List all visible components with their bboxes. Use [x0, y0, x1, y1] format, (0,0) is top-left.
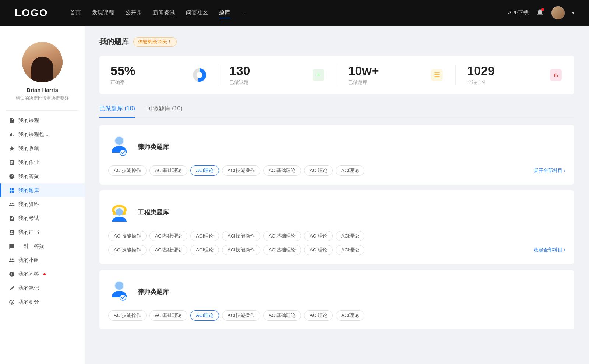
tag-item[interactable]: ACI理论 [336, 165, 364, 176]
tag-item[interactable]: ACI技能操作 [108, 165, 147, 176]
tag-item[interactable]: ACI理论 [304, 231, 333, 241]
stat-ranking-value: 1029 [467, 64, 543, 77]
answers-dot [43, 273, 46, 275]
svg-point-2 [120, 150, 126, 156]
logo: LOGO [15, 7, 48, 19]
tag-item[interactable]: ACI理论 [304, 245, 333, 255]
tag-item-active[interactable]: ACI理论 [190, 310, 219, 321]
tag-item[interactable]: ACI基础理论 [149, 165, 188, 176]
bar-icon [9, 132, 15, 138]
sidebar-item-qa[interactable]: 我的答疑 [0, 169, 85, 183]
bank-card-lawyer1: 律师类题库 ACI技能操作 ACI基础理论 ACI理论 ACI技能操作 ACI基… [99, 125, 574, 185]
tag-item[interactable]: ACI理论 [336, 310, 364, 321]
tag-item-active[interactable]: ACI理论 [190, 165, 219, 176]
file-icon [9, 118, 15, 124]
file2-icon [9, 215, 15, 221]
expand-link-lawyer1[interactable]: 展开全部科目 › [534, 167, 565, 174]
stat-done-questions-label: 已做试题 [229, 79, 305, 86]
stat-done-banks-icon: ☰ [430, 68, 444, 82]
tab-available-banks[interactable]: 可做题库 (10) [147, 105, 183, 118]
tag-item[interactable]: ACI理论 [336, 245, 364, 255]
tag-item[interactable]: ACI技能操作 [108, 231, 147, 241]
sidebar-label-points: 我的积分 [18, 299, 39, 306]
tag-item[interactable]: ACI理论 [190, 245, 219, 255]
bank-title-lawyer1: 律师类题库 [138, 143, 169, 151]
nav-home[interactable]: 首页 [70, 8, 81, 18]
sidebar-item-course-pkg[interactable]: 我的课程包... [0, 128, 85, 142]
nav-news[interactable]: 新闻资讯 [153, 8, 175, 18]
notification-button[interactable] [536, 8, 544, 18]
nav-quiz[interactable]: 题库 [219, 8, 230, 18]
nav-open[interactable]: 公开课 [125, 8, 142, 18]
app-download-link[interactable]: APP下载 [508, 10, 529, 16]
sidebar-item-answers[interactable]: 我的问答 [0, 267, 85, 281]
stat-accuracy-value: 55% [110, 64, 186, 77]
bank-title-lawyer2: 律师类题库 [138, 288, 169, 296]
nav-qa[interactable]: 问答社区 [186, 8, 208, 18]
tag-item[interactable]: ACI理论 [190, 231, 219, 241]
nav-discover[interactable]: 发现课程 [92, 8, 114, 18]
tag-item[interactable]: ACI技能操作 [108, 245, 147, 255]
main-layout: Brian Harris 错误的决定比没有决定要好 我的课程 我的课程包... [0, 26, 589, 364]
bank-card-engineer1-header: 工程类题库 [108, 199, 565, 225]
tag-item[interactable]: ACI基础理论 [149, 310, 188, 321]
tag-item[interactable]: ACI基础理论 [263, 245, 301, 255]
tab-done-banks[interactable]: 已做题库 (10) [99, 105, 135, 118]
sidebar-label-exam: 我的考试 [18, 215, 39, 222]
sidebar-menu: 我的课程 我的课程包... 我的收藏 我的作业 [0, 114, 85, 309]
user-menu-chevron[interactable]: ▾ [572, 10, 574, 15]
page-title: 我的题库 [99, 37, 129, 47]
sidebar-item-profile[interactable]: 我的资料 [0, 197, 85, 211]
stat-accuracy-label: 正确率 [110, 79, 186, 86]
notification-dot [541, 8, 544, 11]
sidebar-label-qa: 我的答疑 [18, 173, 39, 180]
bank-card-lawyer2-header: 律师类题库 [108, 279, 565, 304]
tag-item[interactable]: ACI技能操作 [222, 245, 260, 255]
bank-icon-engineer [108, 199, 130, 225]
bank-card-engineer1: 工程类题库 ACI技能操作 ACI基础理论 ACI理论 ACI技能操作 ACI基… [99, 190, 574, 264]
bank-icon-lawyer2 [108, 279, 130, 304]
sidebar-item-course[interactable]: 我的课程 [0, 114, 85, 128]
user-avatar-nav[interactable] [551, 6, 565, 19]
tag-item[interactable]: ACI基础理论 [263, 231, 301, 241]
stats-row: 55% 正确率 130 已做试题 ≡ 10w+ 已做题库 [99, 56, 574, 94]
profile-name: Brian Harris [27, 87, 58, 93]
sidebar-item-homework[interactable]: 我的作业 [0, 156, 85, 169]
sidebar-label-favorites: 我的收藏 [18, 145, 39, 152]
tag-item[interactable]: ACI理论 [336, 231, 364, 241]
sidebar-item-quiz[interactable]: 我的题库 [0, 183, 85, 197]
tag-item[interactable]: ACI技能操作 [222, 165, 260, 176]
sidebar-item-cert[interactable]: 我的证书 [0, 225, 85, 239]
sidebar-item-favorites[interactable]: 我的收藏 [0, 142, 85, 156]
sidebar-label-profile: 我的资料 [18, 201, 39, 208]
tag-item[interactable]: ACI基础理论 [263, 165, 301, 176]
main-content: 我的题库 体验剩余23天！ 55% 正确率 130 已做试题 ≡ [85, 26, 589, 364]
tag-item[interactable]: ACI技能操作 [222, 310, 260, 321]
sidebar-item-exam[interactable]: 我的考试 [0, 211, 85, 225]
bank-card-lawyer2: 律师类题库 ACI技能操作 ACI基础理论 ACI理论 ACI技能操作 ACI基… [99, 270, 574, 329]
collapse-link-engineer1[interactable]: 收起全部科目 › [534, 247, 565, 253]
sidebar-item-1v1[interactable]: 一对一答疑 [0, 239, 85, 253]
question-icon [9, 174, 15, 179]
tag-item[interactable]: ACI基础理论 [149, 231, 188, 241]
tag-item[interactable]: ACI技能操作 [222, 231, 260, 241]
note-icon [9, 285, 15, 291]
bank-tags-engineer1-row1: ACI技能操作 ACI基础理论 ACI理论 ACI技能操作 ACI基础理论 AC… [108, 231, 565, 241]
sidebar-item-points[interactable]: 我的积分 [0, 295, 85, 309]
profile-section: Brian Harris 错误的决定比没有决定要好 [0, 35, 85, 110]
sidebar-label-quiz: 我的题库 [18, 187, 39, 194]
stat-done-questions-text: 130 已做试题 [229, 64, 305, 86]
cert-icon [9, 229, 15, 235]
points-icon [9, 299, 15, 305]
tag-item[interactable]: ACI理论 [304, 310, 333, 321]
sidebar-item-group[interactable]: 我的小组 [0, 253, 85, 267]
tag-item[interactable]: ACI基础理论 [263, 310, 301, 321]
tag-item[interactable]: ACI技能操作 [108, 310, 147, 321]
nav-more[interactable]: ··· [241, 8, 246, 18]
tag-item[interactable]: ACI理论 [304, 165, 333, 176]
sidebar-item-notes[interactable]: 我的笔记 [0, 281, 85, 295]
sidebar-label-group: 我的小组 [18, 257, 39, 264]
stat-ranking: 1029 全站排名 [456, 64, 574, 86]
list-yellow-icon: ☰ [431, 69, 443, 81]
tag-item[interactable]: ACI基础理论 [149, 245, 188, 255]
